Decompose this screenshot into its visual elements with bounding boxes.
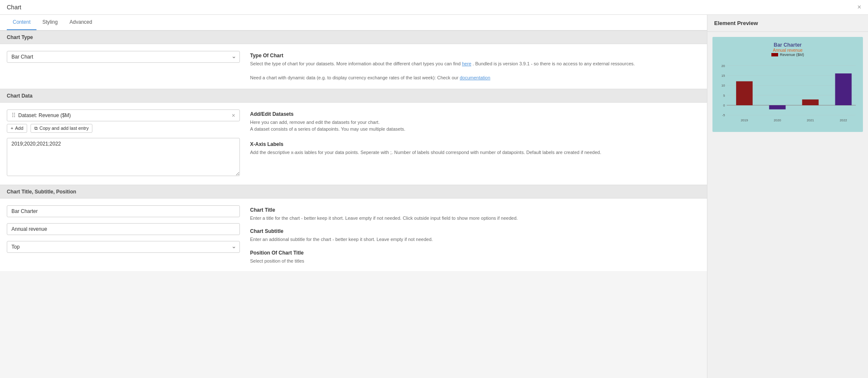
tab-advanced[interactable]: Advanced (64, 15, 98, 30)
add-datasets-title: Add/Edit Datasets (250, 111, 700, 117)
svg-text:2019: 2019 (741, 118, 748, 122)
svg-text:5: 5 (723, 94, 725, 98)
preview-chart-title: Bar Charter (718, 42, 858, 48)
chart-preview: Bar Charter Annual revenue Revenue ($M) … (712, 37, 863, 132)
svg-text:15: 15 (721, 74, 725, 78)
chart-svg: 20 15 10 5 0 -5 (718, 59, 858, 126)
chart-data-left: ⠿ Dataset: Revenue ($M) × + Add ⧉ (7, 109, 240, 177)
chart-title-desc-title: Chart Title (250, 207, 700, 213)
chart-type-left: Bar Chart Line Chart Pie Chart Doughnut … (7, 51, 240, 81)
chart-type-select-wrapper: Bar Chart Line Chart Pie Chart Doughnut … (7, 51, 240, 63)
chart-title-section: Chart Title, Subtitle, Position (0, 185, 707, 272)
chart-title-body: Top Bottom Left Right Chart Title Enter … (0, 199, 707, 272)
preview-header: Element Preview (707, 15, 868, 32)
chart-type-section: Chart Type Bar Chart Line Chart Pie Char… (0, 31, 707, 88)
legend-color-box (771, 53, 778, 56)
position-desc-title: Position Of Chart Title (250, 250, 700, 256)
bar-2019 (736, 81, 753, 105)
copy-dataset-button[interactable]: ⧉ Copy and add last entry (31, 124, 92, 133)
close-button[interactable]: × (857, 3, 861, 11)
chart-title-row: Top Bottom Left Right Chart Title Enter … (7, 205, 700, 265)
position-desc-text: Select position of the titles (250, 258, 700, 265)
left-panel: Content Styling Advanced Chart Type (0, 15, 707, 378)
chart-data-row: ⠿ Dataset: Revenue ($M) × + Add ⧉ (7, 109, 700, 177)
legend-label: Revenue ($M) (780, 53, 804, 57)
tab-content[interactable]: Content (7, 15, 36, 30)
chart-data-section: Chart Data ⠿ Dataset: Revenue ($M) × (0, 89, 707, 184)
chart-subtitle-input-group (7, 223, 240, 235)
svg-text:10: 10 (721, 84, 725, 87)
svg-text:2021: 2021 (807, 118, 814, 122)
chart-title-input-group (7, 205, 240, 217)
position-select-wrapper: Top Bottom Left Right (7, 241, 240, 253)
svg-text:2022: 2022 (840, 118, 847, 122)
chart-title-desc-text: Enter a title for the chart - better kee… (250, 215, 700, 222)
add-datasets-text: Here you can add, remove and edit the da… (250, 119, 700, 133)
plus-icon: + (11, 126, 13, 131)
xaxis-text: Add the descriptive x-axis lables for yo… (250, 149, 700, 156)
tab-styling[interactable]: Styling (36, 15, 64, 30)
copy-icon: ⧉ (34, 126, 38, 131)
svg-text:0: 0 (723, 104, 725, 107)
here-link[interactable]: here (462, 61, 471, 66)
xaxis-textarea[interactable] (7, 138, 240, 176)
xaxis-title: X-Axis Labels (250, 141, 700, 147)
bar-2022 (835, 73, 851, 105)
chart-type-select[interactable]: Bar Chart Line Chart Pie Chart Doughnut … (7, 51, 240, 63)
chart-title-inputs: Top Bottom Left Right (7, 205, 240, 265)
chart-type-desc: Type Of Chart Select the type of chart f… (250, 51, 700, 81)
add-dataset-button[interactable]: + Add (7, 124, 27, 133)
chart-subtitle-desc-text: Enter an additional subtitle for the cha… (250, 236, 700, 243)
position-select[interactable]: Top Bottom Left Right (7, 241, 240, 253)
dataset-label: Dataset: Revenue ($M) (18, 112, 232, 118)
chart-type-header: Chart Type (0, 31, 707, 44)
chart-title-input[interactable] (7, 205, 240, 217)
dataset-remove-button[interactable]: × (232, 112, 235, 119)
dataset-item: ⠿ Dataset: Revenue ($M) × (7, 109, 240, 121)
dataset-actions: + Add ⧉ Copy and add last entry (7, 124, 240, 133)
preview-chart-subtitle: Annual revenue (718, 48, 858, 53)
right-panel: Element Preview Bar Charter Annual reven… (707, 15, 868, 378)
preview-chart-legend: Revenue ($M) (718, 53, 858, 57)
chart-data-body: ⠿ Dataset: Revenue ($M) × + Add ⧉ (0, 103, 707, 184)
svg-text:2020: 2020 (774, 118, 782, 122)
chart-data-header: Chart Data (0, 89, 707, 103)
documentation-link[interactable]: documentation (460, 75, 490, 80)
bar-2021 (802, 99, 819, 105)
dialog-header: Chart × (0, 0, 868, 15)
xaxis-area (7, 138, 240, 177)
chart-subtitle-input[interactable] (7, 223, 240, 235)
tabs-bar: Content Styling Advanced (0, 15, 707, 31)
chart-type-body: Bar Chart Line Chart Pie Chart Doughnut … (0, 44, 707, 88)
chart-title-header: Chart Title, Subtitle, Position (0, 185, 707, 199)
chart-data-desc: Add/Edit Datasets Here you can add, remo… (250, 109, 700, 177)
preview-area: Bar Charter Annual revenue Revenue ($M) … (707, 32, 868, 137)
chart-type-row: Bar Chart Line Chart Pie Chart Doughnut … (7, 51, 700, 81)
svg-text:-5: -5 (722, 113, 725, 117)
main-layout: Content Styling Advanced Chart Type (0, 15, 868, 378)
chart-type-desc-title: Type Of Chart (250, 53, 700, 59)
drag-icon: ⠿ (11, 112, 16, 119)
chart-subtitle-desc-title: Chart Subtitle (250, 228, 700, 234)
chart-type-desc-text: Select the type of chart for your datase… (250, 60, 700, 81)
svg-text:20: 20 (721, 64, 725, 68)
bar-2020 (769, 105, 786, 109)
chart-title-desc: Chart Title Enter a title for the chart … (250, 205, 700, 265)
dialog-title: Chart (7, 4, 21, 11)
